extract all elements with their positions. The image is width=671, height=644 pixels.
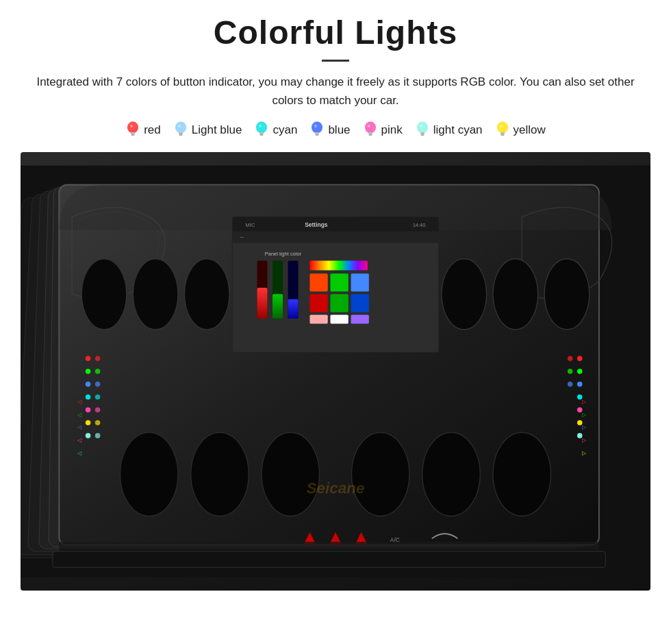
svg-point-107 bbox=[121, 433, 178, 517]
svg-text:◁: ◁ bbox=[77, 411, 82, 418]
svg-point-74 bbox=[95, 356, 101, 362]
svg-text:◁: ◁ bbox=[77, 437, 82, 444]
svg-rect-58 bbox=[257, 288, 267, 319]
svg-point-44 bbox=[184, 259, 229, 330]
svg-rect-60 bbox=[273, 295, 283, 319]
svg-point-96 bbox=[577, 433, 583, 438]
svg-point-42 bbox=[81, 259, 127, 330]
color-item-pink: pink bbox=[363, 121, 403, 140]
svg-rect-27 bbox=[420, 132, 425, 134]
svg-point-86 bbox=[95, 433, 101, 438]
color-item-blue: blue bbox=[309, 121, 350, 140]
svg-rect-32 bbox=[501, 132, 505, 134]
svg-point-1 bbox=[127, 122, 138, 134]
svg-point-94 bbox=[577, 408, 583, 413]
svg-point-80 bbox=[95, 395, 101, 400]
color-item-cyan: cyan bbox=[254, 121, 297, 140]
svg-rect-33 bbox=[501, 134, 504, 136]
svg-point-108 bbox=[191, 433, 249, 517]
svg-point-81 bbox=[86, 408, 91, 413]
svg-point-31 bbox=[497, 122, 508, 134]
svg-text:14:40: 14:40 bbox=[413, 222, 426, 228]
svg-rect-69 bbox=[351, 295, 369, 312]
svg-text:Panel light color: Panel light color bbox=[265, 251, 302, 257]
svg-point-79 bbox=[86, 395, 91, 400]
svg-point-47 bbox=[544, 259, 590, 330]
svg-point-45 bbox=[442, 259, 487, 330]
svg-point-90 bbox=[568, 369, 573, 375]
svg-text:▷: ▷ bbox=[582, 424, 587, 431]
svg-point-92 bbox=[568, 382, 573, 387]
svg-point-93 bbox=[577, 395, 583, 400]
svg-rect-17 bbox=[315, 132, 319, 134]
svg-point-109 bbox=[262, 433, 319, 517]
svg-point-91 bbox=[577, 382, 583, 387]
svg-point-85 bbox=[86, 433, 91, 438]
svg-text:◁: ◁ bbox=[77, 449, 82, 456]
color-item-lightblue: Light blue bbox=[173, 121, 242, 140]
page-title: Colorful Lights bbox=[21, 14, 650, 51]
color-label-yellow: yellow bbox=[514, 123, 546, 137]
svg-point-21 bbox=[365, 122, 376, 134]
svg-rect-12 bbox=[259, 132, 264, 134]
svg-text:▷: ▷ bbox=[582, 437, 587, 444]
svg-text:▷: ▷ bbox=[582, 398, 587, 405]
svg-text:MIC: MIC bbox=[246, 222, 255, 228]
svg-rect-120 bbox=[53, 552, 605, 567]
description-text: Integrated with 7 colors of button indic… bbox=[27, 73, 644, 110]
bulb-icon-lightcyan bbox=[415, 121, 430, 140]
bulb-icon-pink bbox=[363, 121, 378, 140]
svg-point-110 bbox=[351, 433, 409, 517]
svg-rect-7 bbox=[179, 132, 183, 134]
svg-point-6 bbox=[175, 122, 186, 134]
svg-rect-71 bbox=[330, 315, 348, 324]
svg-rect-72 bbox=[351, 315, 369, 324]
svg-point-34 bbox=[500, 125, 503, 127]
svg-rect-62 bbox=[288, 299, 299, 319]
color-item-lightcyan: light cyan bbox=[415, 121, 483, 140]
svg-point-4 bbox=[130, 125, 133, 127]
bulb-icon-yellow bbox=[495, 121, 510, 140]
svg-rect-49 bbox=[233, 217, 438, 232]
svg-point-26 bbox=[417, 122, 428, 134]
svg-point-43 bbox=[133, 259, 178, 330]
svg-rect-23 bbox=[368, 134, 372, 136]
svg-rect-65 bbox=[330, 274, 348, 292]
svg-rect-13 bbox=[260, 134, 264, 136]
svg-rect-3 bbox=[131, 134, 135, 136]
color-label-blue: blue bbox=[328, 123, 350, 137]
svg-rect-63 bbox=[309, 261, 367, 271]
svg-point-111 bbox=[422, 433, 480, 517]
svg-rect-2 bbox=[131, 132, 135, 134]
svg-point-84 bbox=[95, 421, 101, 426]
svg-point-112 bbox=[493, 433, 550, 517]
color-label-red: red bbox=[144, 123, 161, 137]
svg-point-83 bbox=[86, 421, 91, 426]
car-unit: MIC Settings 14:40 ← Panel light color bbox=[21, 152, 650, 591]
svg-rect-64 bbox=[309, 274, 327, 292]
svg-rect-53 bbox=[233, 232, 438, 243]
svg-point-29 bbox=[420, 125, 422, 127]
svg-text:◁: ◁ bbox=[77, 398, 82, 405]
color-item-yellow: yellow bbox=[495, 121, 546, 140]
svg-point-78 bbox=[95, 382, 101, 387]
svg-rect-22 bbox=[368, 132, 372, 134]
svg-text:▷: ▷ bbox=[582, 411, 587, 418]
svg-rect-28 bbox=[420, 134, 424, 136]
product-image: MIC Settings 14:40 ← Panel light color bbox=[21, 152, 650, 591]
svg-point-16 bbox=[312, 122, 322, 134]
color-label-pink: pink bbox=[381, 123, 403, 137]
color-row: red Light blue bbox=[21, 121, 650, 140]
svg-point-46 bbox=[493, 259, 538, 330]
svg-text:←: ← bbox=[239, 234, 245, 240]
bulb-icon-red bbox=[125, 121, 140, 140]
svg-point-77 bbox=[86, 382, 91, 387]
svg-point-82 bbox=[95, 408, 101, 413]
bulb-icon-cyan bbox=[254, 121, 269, 140]
color-label-cyan: cyan bbox=[273, 123, 297, 137]
svg-rect-67 bbox=[309, 295, 327, 312]
svg-point-75 bbox=[86, 369, 91, 375]
svg-point-73 bbox=[86, 356, 91, 362]
svg-rect-8 bbox=[179, 134, 182, 136]
svg-point-14 bbox=[259, 125, 262, 127]
